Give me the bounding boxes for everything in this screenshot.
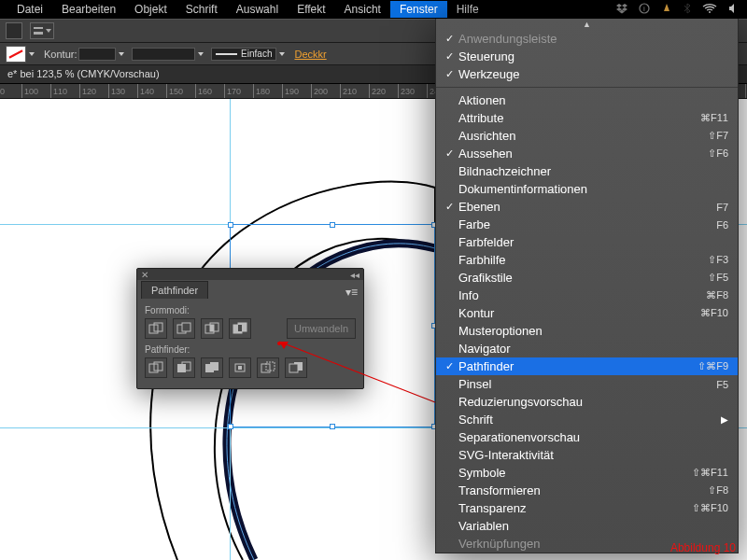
menu-item-pinsel[interactable]: PinselF5 [436,375,738,393]
pf-trim-button[interactable] [173,357,195,378]
fill-swatch[interactable] [6,46,35,63]
brush-def[interactable]: Einfach [211,46,285,63]
menu-item-werkzeuge[interactable]: ✓Werkzeuge [436,65,738,83]
menu-item-svg-interaktivit-t[interactable]: SVG-Interaktivität [436,446,738,464]
menu-item-ebenen[interactable]: ✓EbenenF7 [436,198,738,216]
mi-bearbeiten[interactable]: Bearbeiten [52,1,125,18]
mi-schrift[interactable]: Schrift [176,1,227,18]
menu-scroll-up-icon[interactable]: ▲ [436,19,738,30]
menu-item-attribute[interactable]: Attribute⌘F11 [436,109,738,127]
opacity-link[interactable]: Deckkr [294,49,326,60]
menu-item-transformieren[interactable]: Transformieren⇧F8 [436,482,738,499]
svg-rect-20 [238,366,242,370]
info-icon[interactable]: i [639,3,650,17]
menu-item-aktionen[interactable]: Aktionen [436,91,738,109]
panel-menu-icon[interactable]: ▾≡ [345,286,358,299]
menu-shortcut: ⇧F7 [708,130,728,142]
menu-shortcut: ⌘F10 [700,307,728,319]
menu-item-label: Kontur [458,306,700,320]
menu-item-grafikstile[interactable]: Grafikstile⇧F5 [436,269,738,287]
svg-rect-12 [238,325,242,331]
menu-item-farbhilfe[interactable]: Farbhilfe⇧F3 [436,251,738,269]
mi-fenster[interactable]: Fenster [390,1,447,18]
panel-collapse-icon[interactable]: ◂◂ [350,270,359,280]
menubar: Datei Bearbeiten Objekt Schrift Auswahl … [0,0,747,19]
ruler-tick: 210 [340,84,357,99]
shape-exclude-button[interactable] [229,318,251,339]
menu-item-schrift[interactable]: Schrift▶ [436,411,738,428]
panel-close-icon[interactable]: ✕ [141,270,148,280]
check-icon: ✓ [445,201,458,213]
shape-unite-button[interactable] [145,318,167,339]
menu-item-label: Aussehen [458,147,708,161]
menu-item-label: Transparenz [458,501,692,515]
stroke-color[interactable] [132,46,204,63]
menu-item-label: Werkzeuge [458,67,728,81]
svg-rect-18 [210,362,218,371]
menu-item-pathfinder[interactable]: ✓Pathfinder⇧⌘F9 [436,357,738,375]
ruler-tick: 230 [398,84,415,99]
menu-shortcut: ⇧F6 [708,147,728,160]
ruler-tick: 220 [369,84,386,99]
expand-button[interactable]: Umwandeln [287,318,356,339]
pf-outline-button[interactable] [257,357,279,378]
check-icon: ✓ [445,360,458,372]
menu-item-kontur[interactable]: Kontur⌘F10 [436,304,738,322]
menu-item-steuerung[interactable]: ✓Steuerung [436,48,738,65]
notification-icon[interactable] [661,3,672,17]
menu-shortcut: ⇧F3 [708,254,728,266]
menu-item-label: Info [458,288,706,302]
shape-intersect-button[interactable] [201,318,223,339]
workspace-switcher[interactable] [30,22,54,39]
menu-item-symbole[interactable]: Symbole⇧⌘F11 [436,464,738,482]
ruler-tick: 180 [253,84,270,99]
menu-shortcut: F5 [716,379,728,390]
menu-item-label: Dokumentinformationen [458,182,728,196]
menu-item-reduzierungsvorschau[interactable]: Reduzierungsvorschau [436,393,738,411]
ruler-tick: 140 [137,84,154,99]
pf-crop-button[interactable] [229,357,251,378]
stroke-weight[interactable] [78,46,124,63]
menu-item-musteroptionen[interactable]: Musteroptionen [436,322,738,340]
ruler-tick: 190 [282,84,299,99]
check-icon: ✓ [445,68,458,80]
pf-merge-button[interactable] [201,357,223,378]
menu-item-farbfelder[interactable]: Farbfelder [436,233,738,251]
menu-item-info[interactable]: Info⌘F8 [436,287,738,304]
menu-item-dokumentinformationen[interactable]: Dokumentinformationen [436,180,738,198]
mi-hilfe[interactable]: Hilfe [447,1,488,18]
menu-item-ausrichten[interactable]: Ausrichten⇧F7 [436,127,738,145]
mi-objekt[interactable]: Objekt [125,1,176,18]
dropbox-icon[interactable] [616,3,627,17]
menu-item-separationenvorschau[interactable]: Separationenvorschau [436,428,738,446]
menu-item-label: Farbe [458,217,716,231]
stroke-label: Kontur: [44,46,77,63]
panel-tab-pathfinder[interactable]: Pathfinder [141,281,208,299]
mi-auswahl[interactable]: Auswahl [227,1,288,18]
svg-text:i: i [643,5,645,13]
menu-item-transparenz[interactable]: Transparenz⇧⌘F10 [436,499,738,517]
shape-modes-label: Formmodi: [145,305,356,315]
mi-effekt[interactable]: Effekt [288,1,334,18]
bluetooth-icon[interactable] [684,3,691,17]
pf-minus-back-button[interactable] [285,357,307,378]
menu-item-variablen[interactable]: Variablen [436,517,738,535]
menu-item-aussehen[interactable]: ✓Aussehen⇧F6 [436,145,738,162]
mi-ansicht[interactable]: Ansicht [335,1,390,18]
wifi-icon[interactable] [702,3,717,17]
menu-item-label: Transformieren [458,483,708,497]
menu-item-bildnachzeichner[interactable]: Bildnachzeichner [436,162,738,180]
volume-icon[interactable] [728,3,740,17]
fenster-menu[interactable]: ▲ ✓Anwendungsleiste✓Steuerung✓WerkzeugeA… [435,19,739,553]
menu-item-label: Grafikstile [458,271,708,285]
pathfinder-panel[interactable]: ✕ ◂◂ Pathfinder ▾≡ Formmodi: Umwandeln P… [136,268,364,389]
menu-item-anwendungsleiste[interactable]: ✓Anwendungsleiste [436,30,738,48]
menu-item-label: Musteroptionen [458,324,728,338]
home-button[interactable] [6,22,22,39]
shape-minus-front-button[interactable] [173,318,195,339]
menu-item-navigator[interactable]: Navigator [436,340,738,357]
menu-item-label: Attribute [458,111,700,125]
pf-divide-button[interactable] [145,357,167,378]
menu-item-farbe[interactable]: FarbeF6 [436,216,738,233]
mi-datei[interactable]: Datei [7,1,52,18]
